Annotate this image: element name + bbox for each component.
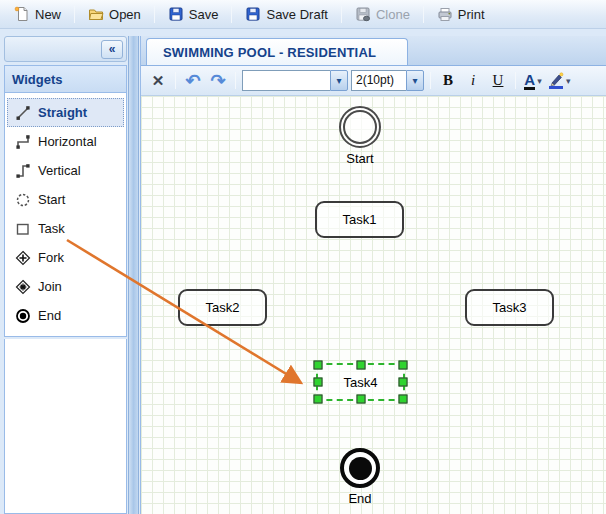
selection-handle[interactable] (314, 361, 323, 370)
chevron-down-icon: ▾ (566, 76, 571, 86)
save-button-label: Save (189, 7, 219, 22)
new-button[interactable]: New (6, 3, 69, 25)
straight-connector-icon (15, 105, 31, 121)
diagram-canvas[interactable]: Start Task1 Task2 Task3 Task4 (141, 96, 606, 514)
start-node-icon (15, 192, 31, 208)
selection-handle[interactable] (399, 361, 408, 370)
canvas-node-start[interactable]: Start (333, 106, 387, 166)
bold-button[interactable]: B (437, 70, 459, 92)
sidebar-item-task[interactable]: Task (7, 214, 124, 243)
tab-swimming-pool-residential[interactable]: SWIMMING POOL - RESIDENTIAL (146, 38, 408, 65)
node-label: Start (333, 151, 387, 166)
redo-icon: ↷ (210, 72, 225, 90)
selection-handle[interactable] (314, 395, 323, 404)
toolbar-separator (515, 72, 516, 89)
save-draft-button-label: Save Draft (266, 7, 327, 22)
fork-node-icon (15, 250, 31, 266)
delete-button[interactable]: ✕ (147, 70, 169, 92)
open-button[interactable]: Open (80, 3, 149, 25)
sidebar-item-label: Horizontal (38, 134, 97, 149)
sidebar-item-vertical[interactable]: Vertical (7, 156, 124, 185)
save-draft-icon (245, 6, 261, 22)
font-size-select[interactable]: 2(10pt) ▾ (351, 70, 424, 91)
sidebar-item-label: End (38, 308, 61, 323)
canvas-node-task1[interactable]: Task1 (315, 201, 404, 238)
start-shape (339, 106, 381, 148)
toolbar-separator (231, 6, 232, 23)
sidebar-collapse-bar: « (4, 36, 127, 62)
tab-title: SWIMMING POOL - RESIDENTIAL (163, 45, 376, 60)
task-shape: Task1 (315, 201, 404, 238)
open-folder-icon (88, 6, 104, 22)
sidebar-item-start[interactable]: Start (7, 185, 124, 214)
join-node-icon (15, 279, 31, 295)
print-button[interactable]: Print (429, 3, 493, 25)
highlight-color-swatch (549, 86, 563, 89)
new-button-label: New (35, 7, 61, 22)
undo-button[interactable]: ↶ (182, 70, 204, 92)
end-node-icon (15, 308, 31, 324)
sidebar-title: Widgets (4, 65, 127, 92)
sidebar-item-fork[interactable]: Fork (7, 243, 124, 272)
selection-handle[interactable] (314, 378, 323, 387)
task-node-icon (15, 221, 31, 237)
canvas-node-end[interactable]: End (335, 448, 385, 506)
save-draft-button[interactable]: Save Draft (237, 3, 335, 25)
node-label: Task4 (344, 375, 378, 390)
end-shape (340, 448, 380, 488)
toolbar-separator (175, 72, 176, 89)
print-button-label: Print (458, 7, 485, 22)
widgets-sidebar: « Widgets Straight Horizontal Vertical (4, 36, 127, 514)
canvas-node-task4[interactable]: Task4 (316, 363, 405, 401)
chevron-down-icon: ▾ (406, 70, 424, 91)
toolbar-separator (430, 72, 431, 89)
underline-icon: U (493, 72, 504, 89)
font-family-select[interactable]: ▾ (242, 70, 348, 91)
panel-splitter[interactable] (128, 36, 139, 514)
font-color-icon: A (524, 72, 535, 90)
chevron-down-icon: ▾ (330, 70, 348, 91)
clone-button[interactable]: Clone (347, 3, 418, 25)
font-color-button[interactable]: A ▾ (522, 70, 544, 92)
main-toolbar: New Open Save Save Draft Clone Print (0, 0, 606, 29)
horizontal-connector-icon (15, 134, 31, 150)
sidebar-item-label: Join (38, 279, 62, 294)
widget-list: Straight Horizontal Vertical Start Task (4, 92, 127, 337)
format-toolbar: ✕ ↶ ↷ ▾ 2(10pt) ▾ B i U A ▾ (141, 66, 606, 96)
sidebar-item-label: Vertical (38, 163, 81, 178)
delete-icon: ✕ (152, 72, 165, 90)
collapse-chevrons-icon: « (109, 42, 116, 56)
sidebar-item-label: Fork (38, 250, 64, 265)
sidebar-item-horizontal[interactable]: Horizontal (7, 127, 124, 156)
italic-button[interactable]: i (462, 70, 484, 92)
selection-handle[interactable] (356, 361, 365, 370)
redo-button[interactable]: ↷ (207, 70, 229, 92)
sidebar-item-straight[interactable]: Straight (7, 98, 124, 127)
save-icon (168, 6, 184, 22)
open-button-label: Open (109, 7, 141, 22)
highlight-color-button[interactable]: ▾ (547, 70, 572, 92)
italic-icon: i (471, 72, 475, 89)
selection-handle[interactable] (356, 395, 365, 404)
font-family-value (242, 70, 330, 91)
main-panel: SWIMMING POOL - RESIDENTIAL ✕ ↶ ↷ ▾ 2(10… (140, 36, 606, 514)
toolbar-separator (423, 6, 424, 23)
toolbar-separator (154, 6, 155, 23)
underline-button[interactable]: U (487, 70, 509, 92)
node-label: End (335, 491, 385, 506)
save-button[interactable]: Save (160, 3, 227, 25)
sidebar-item-label: Straight (38, 105, 87, 120)
collapse-sidebar-button[interactable]: « (101, 40, 123, 59)
task-shape-selected: Task4 (316, 363, 405, 401)
selection-handle[interactable] (399, 378, 408, 387)
clone-icon (355, 6, 371, 22)
chevron-down-icon: ▾ (537, 76, 542, 86)
task-shape: Task3 (465, 289, 554, 326)
sidebar-item-end[interactable]: End (7, 301, 124, 330)
canvas-node-task2[interactable]: Task2 (178, 289, 267, 326)
selection-handle[interactable] (399, 395, 408, 404)
toolbar-separator (341, 6, 342, 23)
toolbar-separator (235, 72, 236, 89)
canvas-node-task3[interactable]: Task3 (465, 289, 554, 326)
sidebar-item-join[interactable]: Join (7, 272, 124, 301)
